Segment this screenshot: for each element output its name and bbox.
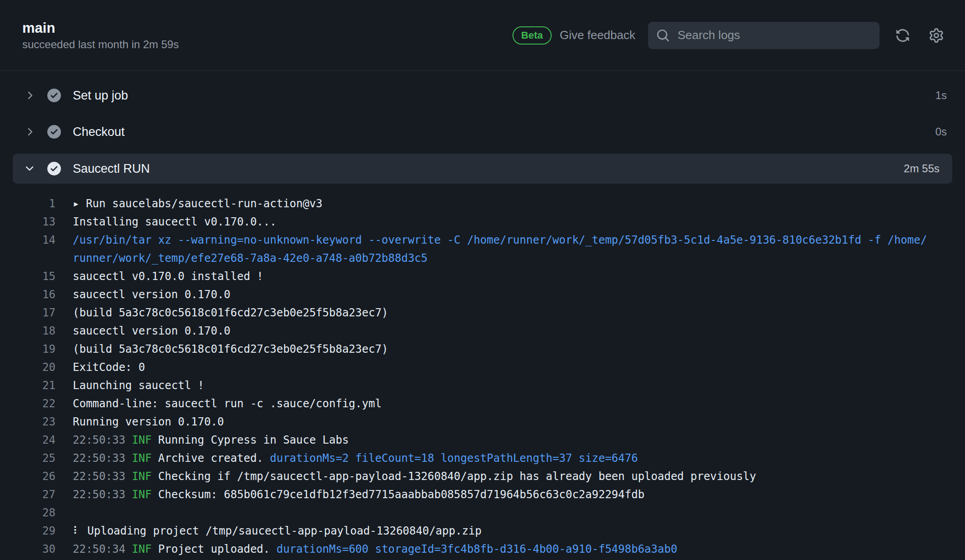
log-segment: /usr/bin/tar xz --warning=no-unknown-key… [73, 234, 927, 265]
step-duration: 0s [935, 125, 947, 138]
page-title: main [22, 21, 179, 35]
log-segment: 22:50:33 [73, 452, 132, 465]
log-line-number[interactable]: 29 [0, 522, 55, 540]
log-line: 13Installing saucectl v0.170.0... [0, 213, 929, 231]
log-line-text: ▸ Run saucelabs/saucectl-run-action@v3 [73, 195, 929, 213]
log-line-text: Installing saucectl v0.170.0... [73, 213, 929, 231]
log-line-number[interactable]: 27 [0, 485, 55, 504]
chevron-right-icon [23, 126, 36, 138]
log-line-number[interactable]: 1 [0, 195, 55, 213]
log-line-text: ExitCode: 0 [73, 358, 929, 376]
log-line-number[interactable]: 15 [0, 267, 55, 285]
log-line-number[interactable]: 20 [0, 358, 55, 376]
log-line-text: ⠇ Uploading project /tmp/saucectl-app-pa… [73, 522, 929, 540]
log-line-number[interactable]: 18 [0, 322, 55, 340]
log-segment: INF [132, 470, 158, 483]
log-segment: Checking if /tmp/saucectl-app-payload-13… [158, 470, 756, 483]
log-line-text: Running version 0.170.0 [73, 413, 929, 431]
log-segment: 22:50:34 [73, 543, 132, 555]
log-segment: INF [132, 434, 158, 446]
header-controls: Beta Give feedback [513, 22, 947, 49]
log-segment: Running version 0.170.0 [73, 415, 224, 428]
settings-button[interactable] [926, 25, 947, 46]
log-line-number[interactable]: 17 [0, 304, 55, 322]
log-segment: saucectl v0.170.0 installed ! [73, 270, 263, 283]
log-line-text: 22:50:33 INF Checksum: 685b061c79ce1dfb1… [73, 485, 929, 504]
log-line-text: Launching saucectl ! [73, 376, 929, 395]
log-segment: (build 5a3c78c0c5618c01f6cd27c3eb0e25f5b… [73, 306, 388, 319]
log-segment: Installing saucectl v0.170.0... [73, 215, 276, 228]
log-segment: (build 5a3c78c0c5618c01f6cd27c3eb0e25f5b… [73, 343, 388, 355]
log-line: 29⠇ Uploading project /tmp/saucectl-app-… [0, 522, 929, 540]
log-segment: Launching saucectl ! [73, 379, 204, 392]
refresh-button[interactable] [892, 25, 913, 46]
log-segment: durationMs=2 fileCount=18 longestPathLen… [270, 452, 638, 465]
log-line-number[interactable]: 30 [0, 540, 55, 558]
log-line-number[interactable]: 28 [0, 504, 55, 522]
chevron-right-icon [23, 90, 36, 101]
header: main succeeded last month in 2m 59s Beta… [0, 0, 965, 71]
log-line-text: /usr/bin/tar xz --warning=no-unknown-key… [73, 231, 929, 267]
refresh-icon [895, 28, 910, 43]
log-line-text: saucectl version 0.170.0 [73, 322, 929, 340]
log-line-number[interactable]: 16 [0, 285, 55, 304]
log-line-text: 22:50:33 INF Archive created. durationMs… [73, 449, 929, 467]
beta-group: Beta Give feedback [513, 26, 635, 45]
log-segment: saucectl version 0.170.0 [73, 288, 231, 301]
step-row-checkout[interactable]: Checkout0s [0, 114, 965, 150]
log-line-text: 22:50:34 INF Project uploaded. durationM… [73, 540, 929, 558]
search-icon [656, 29, 670, 42]
log-segment: 22:50:33 [73, 434, 132, 446]
log-line: 2422:50:33 INF Running Cypress in Sauce … [0, 431, 929, 449]
log-line: 2622:50:33 INF Checking if /tmp/saucectl… [0, 467, 929, 485]
log-line: 2722:50:33 INF Checksum: 685b061c79ce1df… [0, 485, 929, 504]
log-segment: INF [132, 543, 158, 555]
step-row-set-up-job[interactable]: Set up job1s [0, 77, 965, 114]
log-line: 1▸ Run saucelabs/saucectl-run-action@v3 [0, 195, 929, 213]
search-input[interactable] [677, 28, 871, 43]
log-segment: ⠇ Uploading project /tmp/saucectl-app-pa… [73, 525, 482, 537]
log-line-number[interactable]: 19 [0, 340, 55, 358]
log-line-text: saucectl version 0.170.0 [73, 285, 929, 304]
title-block: main succeeded last month in 2m 59s [22, 21, 179, 50]
log-segment: Running Cypress in Sauce Labs [158, 434, 349, 446]
log-segment: Command-line: saucectl run -c .sauce/con… [73, 397, 382, 410]
step-row-saucectl-run[interactable]: Saucectl RUN2m 55s [13, 154, 952, 184]
run-status-subtitle: succeeded last month in 2m 59s [22, 39, 179, 50]
give-feedback-link[interactable]: Give feedback [560, 28, 635, 42]
log-line-number[interactable]: 21 [0, 376, 55, 395]
log: 1▸ Run saucelabs/saucectl-run-action@v31… [0, 184, 965, 558]
log-segment: Project uploaded. [158, 543, 276, 555]
log-line-number[interactable]: 23 [0, 413, 55, 431]
check-circle-icon [47, 125, 61, 139]
log-segment: ExitCode: 0 [73, 361, 145, 374]
log-line: 20ExitCode: 0 [0, 358, 929, 376]
log-line: 19(build 5a3c78c0c5618c01f6cd27c3eb0e25f… [0, 340, 929, 358]
check-circle-icon [47, 89, 61, 102]
log-segment: Archive created. [158, 452, 270, 465]
log-line-number[interactable]: 26 [0, 467, 55, 485]
log-line-number[interactable]: 13 [0, 213, 55, 231]
step-label: Saucectl RUN [73, 162, 150, 176]
step-duration: 2m 55s [904, 162, 940, 175]
log-line: 15saucectl v0.170.0 installed ! [0, 267, 929, 285]
log-line-text: 22:50:33 INF Running Cypress in Sauce La… [73, 431, 929, 449]
gear-icon [929, 28, 944, 43]
log-line-text [73, 504, 929, 522]
log-segment: 22:50:33 [73, 488, 132, 501]
search-box[interactable] [648, 22, 880, 49]
log-line-number[interactable]: 25 [0, 449, 55, 467]
check-circle-icon [47, 162, 61, 175]
log-segment: ▸ Run saucelabs/saucectl-run-action@v3 [73, 197, 322, 210]
log-line: 2522:50:33 INF Archive created. duration… [0, 449, 929, 467]
log-segment: Checksum: 685b061c79ce1dfb12f3ed7715aaab… [158, 488, 644, 501]
log-segment: INF [132, 488, 158, 501]
log-line: 28 [0, 504, 929, 522]
log-line-number[interactable]: 14 [0, 231, 55, 267]
steps-list: Set up job1sCheckout0sSaucectl RUN2m 55s [0, 71, 965, 184]
log-line-text: Command-line: saucectl run -c .sauce/con… [73, 395, 929, 413]
log-segment: saucectl version 0.170.0 [73, 325, 231, 337]
log-line-number[interactable]: 22 [0, 395, 55, 413]
step-label: Set up job [73, 89, 128, 103]
log-line-number[interactable]: 24 [0, 431, 55, 449]
